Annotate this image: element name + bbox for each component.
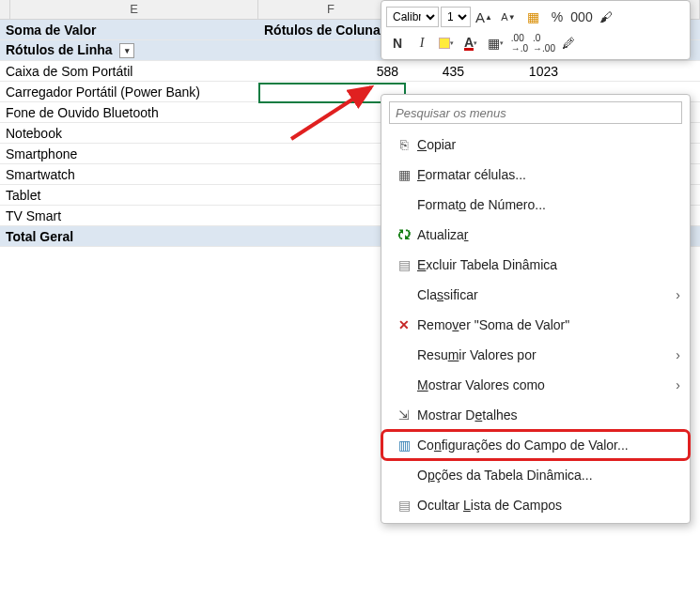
expand-icon: ⇲ xyxy=(391,407,417,422)
format-cells-icon[interactable]: 🖉 xyxy=(557,32,580,54)
font-family-select[interactable]: Calibri xyxy=(386,7,439,27)
row-label: Smartwatch xyxy=(0,167,258,182)
menu-show-details[interactable]: ⇲ Mostrar Detalhes xyxy=(381,400,690,430)
decrease-font-icon[interactable]: A▼ xyxy=(497,6,520,28)
menu-label: Configurações do Campo de Valor... xyxy=(417,438,680,453)
cell-value[interactable]: 435 xyxy=(404,64,470,79)
menu-search-input[interactable] xyxy=(389,101,682,124)
context-menu: ⎘ Copiar ▦ Formatar células... Formato d… xyxy=(381,94,691,524)
menu-label: Formato de Número... xyxy=(417,197,680,212)
menu-show-values-as[interactable]: Mostrar Valores como › xyxy=(381,370,690,400)
row-label: Caixa de Som Portátil xyxy=(0,64,258,79)
font-size-select[interactable]: 11 xyxy=(441,7,471,27)
menu-label: Classificar xyxy=(417,287,676,302)
menu-hide-field-list[interactable]: ▤ Ocultar Lista de Campos xyxy=(381,490,690,520)
format-painter-icon[interactable]: 🖌 xyxy=(595,6,617,28)
cell-styles-icon[interactable]: ▦ xyxy=(521,6,544,28)
field-list-icon: ▤ xyxy=(391,498,417,513)
grand-total-label: Total Geral xyxy=(0,229,258,244)
menu-label: Formatar células... xyxy=(417,167,680,182)
sum-of-value-label: Soma de Valor xyxy=(0,23,258,38)
copy-icon: ⎘ xyxy=(391,137,417,152)
row-label: Smartphone xyxy=(0,146,258,161)
menu-format-cells[interactable]: ▦ Formatar células... xyxy=(381,160,690,190)
borders-button[interactable]: ▦ xyxy=(484,32,506,54)
row-label: Notebook xyxy=(0,126,258,141)
menu-remove-field[interactable]: ✕ Remover "Soma de Valor" xyxy=(381,310,690,340)
bold-button[interactable]: N xyxy=(386,32,409,54)
font-color-button[interactable]: A xyxy=(459,32,482,54)
menu-label: Remover "Soma de Valor" xyxy=(417,317,680,332)
menu-label: Resumir Valores por xyxy=(417,347,676,362)
menu-label: Atualizar xyxy=(417,227,680,242)
refresh-icon: 🗘 xyxy=(391,227,417,242)
mini-toolbar: Calibri 11 A▲ A▼ ▦ % 000 🖌 N I A ▦ .00→.… xyxy=(381,0,691,60)
format-cells-icon: ▦ xyxy=(391,167,417,182)
increase-decimal-icon[interactable]: .00→.0 xyxy=(508,32,531,54)
submenu-arrow-icon: › xyxy=(676,347,680,362)
menu-label: Ocultar Lista de Campos xyxy=(417,498,680,513)
remove-icon: ✕ xyxy=(391,317,417,332)
submenu-arrow-icon: › xyxy=(676,287,680,302)
row-labels-dropdown[interactable] xyxy=(119,43,134,58)
menu-label: Mostrar Detalhes xyxy=(417,407,680,422)
cell-value[interactable]: 588 xyxy=(258,64,404,79)
decrease-decimal-icon[interactable]: .0→.00 xyxy=(533,32,555,54)
comma-style-icon[interactable]: 000 xyxy=(570,6,593,28)
menu-summarize-by[interactable]: Resumir Valores por › xyxy=(381,340,690,370)
menu-label: Mostrar Valores como xyxy=(417,377,676,392)
row-labels-label: Rótulos de Linha xyxy=(0,42,258,58)
col-header-e[interactable]: E xyxy=(9,0,258,19)
submenu-arrow-icon: › xyxy=(676,377,680,392)
menu-label: Opções da Tabela Dinâmica... xyxy=(417,468,680,483)
field-settings-icon: ▥ xyxy=(391,438,417,453)
table-row[interactable]: Caixa de Som Portátil 588 435 1023 xyxy=(0,61,700,82)
menu-number-format[interactable]: Formato de Número... xyxy=(381,190,690,220)
italic-button[interactable]: I xyxy=(411,32,433,54)
row-label: Carregador Portátil (Power Bank) xyxy=(0,84,258,100)
menu-value-field-settings[interactable]: ▥ Configurações do Campo de Valor... xyxy=(381,430,690,460)
table-delete-icon: ▤ xyxy=(391,257,417,272)
increase-font-icon[interactable]: A▲ xyxy=(473,6,495,28)
row-label: Fone de Ouvido Bluetooth xyxy=(0,105,258,120)
menu-sort[interactable]: Classificar › xyxy=(381,280,690,310)
cell-value[interactable]: 1023 xyxy=(470,64,564,79)
fill-color-button[interactable] xyxy=(435,32,458,54)
percent-icon[interactable]: % xyxy=(546,6,568,28)
menu-copy[interactable]: ⎘ Copiar xyxy=(381,130,690,160)
row-label: Tablet xyxy=(0,188,258,203)
menu-refresh[interactable]: 🗘 Atualizar xyxy=(381,220,690,250)
menu-pivot-options[interactable]: Opções da Tabela Dinâmica... xyxy=(381,460,690,490)
menu-search xyxy=(389,101,682,124)
menu-delete-pivot[interactable]: ▤ Excluir Tabela Dinâmica xyxy=(381,250,690,280)
menu-label: Excluir Tabela Dinâmica xyxy=(417,257,680,272)
row-label: TV Smart xyxy=(0,208,258,223)
menu-label: Copiar xyxy=(417,137,680,152)
